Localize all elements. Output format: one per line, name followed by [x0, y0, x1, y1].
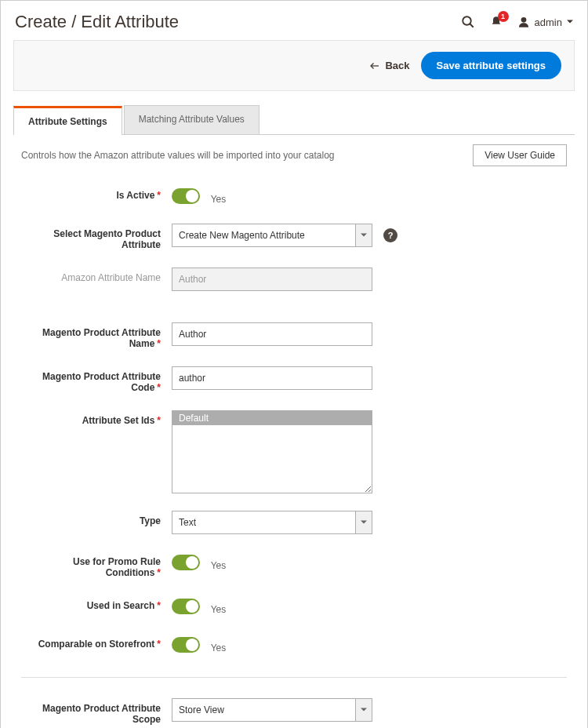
- action-bar: Back Save attribute settings: [13, 40, 575, 91]
- back-button[interactable]: Back: [369, 60, 409, 71]
- toggle-comparable-label: Yes: [211, 642, 227, 653]
- row-search: Used in Search* Yes: [21, 595, 567, 617]
- label-attr-set: Attribute Set Ids*: [21, 410, 172, 426]
- input-mage-code[interactable]: [172, 366, 372, 390]
- row-scope: Magento Product Attribute Scope Store Vi…: [21, 698, 567, 725]
- tabs: Attribute Settings Matching Attribute Va…: [13, 105, 575, 135]
- row-mage-code: Magento Product Attribute Code*: [21, 366, 567, 393]
- select-magento-attribute[interactable]: Create New Magento Attribute: [172, 224, 372, 247]
- search-icon[interactable]: [461, 15, 475, 29]
- chevron-down-icon: [355, 224, 372, 247]
- page-title: Create / Edit Attribute: [15, 12, 179, 32]
- view-user-guide-button[interactable]: View User Guide: [473, 144, 567, 166]
- label-mage-code: Magento Product Attribute Code*: [21, 366, 172, 393]
- row-is-active: Is Active* Yes: [21, 185, 567, 206]
- chevron-down-icon: [567, 19, 573, 25]
- multiselect-attribute-set[interactable]: Default: [172, 410, 372, 493]
- row-select-attribute: Select Magento Product Attribute Create …: [21, 224, 567, 250]
- svg-point-2: [521, 17, 526, 23]
- select-magento-attribute-value: Create New Magento Attribute: [172, 224, 355, 247]
- control-is-active: Yes: [172, 185, 372, 206]
- tab-matching-values[interactable]: Matching Attribute Values: [124, 105, 260, 134]
- page-header: Create / Edit Attribute 1 admin: [1, 1, 587, 40]
- user-label: admin: [535, 16, 562, 28]
- arrow-left-icon: [369, 61, 380, 71]
- tab-attribute-settings[interactable]: Attribute Settings: [13, 106, 122, 135]
- label-search: Used in Search*: [21, 595, 172, 611]
- toggle-promo[interactable]: [172, 555, 200, 570]
- content: Controls how the Amazon attribute values…: [1, 135, 587, 728]
- row-attr-set: Attribute Set Ids* Default: [21, 410, 567, 493]
- attr-set-option[interactable]: Default: [172, 411, 372, 425]
- label-select-attribute: Select Magento Product Attribute: [21, 224, 172, 250]
- chevron-down-icon: [355, 511, 372, 534]
- row-type: Type Text: [21, 511, 567, 534]
- label-mage-name: Magento Product Attribute Name*: [21, 322, 172, 349]
- label-type: Type: [21, 511, 172, 526]
- save-button[interactable]: Save attribute settings: [421, 52, 561, 79]
- notifications-icon[interactable]: 1: [489, 15, 503, 29]
- select-scope-value: Store View: [172, 698, 355, 722]
- chevron-down-icon: [355, 698, 372, 722]
- toggle-promo-label: Yes: [211, 560, 227, 571]
- input-mage-name[interactable]: [172, 322, 372, 346]
- row-amazon-name: Amazon Attribute Name: [21, 268, 567, 291]
- header-actions: 1 admin: [461, 15, 573, 29]
- description-text: Controls how the Amazon attribute values…: [21, 150, 335, 161]
- help-icon[interactable]: ?: [383, 228, 397, 242]
- row-comparable: Comparable on Storefront* Yes: [21, 634, 567, 655]
- select-type[interactable]: Text: [172, 511, 372, 534]
- svg-line-1: [470, 24, 474, 27]
- toggle-search-label: Yes: [211, 604, 227, 615]
- label-is-active: Is Active*: [21, 185, 172, 201]
- toggle-is-active[interactable]: [172, 188, 200, 204]
- input-amazon-name: [172, 268, 372, 291]
- description-row: Controls how the Amazon attribute values…: [21, 144, 567, 166]
- select-scope[interactable]: Store View: [172, 698, 372, 722]
- select-type-value: Text: [172, 511, 355, 534]
- user-menu[interactable]: admin: [517, 16, 573, 28]
- toggle-comparable[interactable]: [172, 637, 200, 653]
- toggle-search[interactable]: [172, 599, 200, 614]
- row-promo: Use for Promo Rule Conditions* Yes: [21, 551, 567, 578]
- toggle-is-active-label: Yes: [211, 194, 227, 205]
- label-comparable: Comparable on Storefront*: [21, 634, 172, 650]
- section-divider: [21, 677, 567, 678]
- label-amazon-name: Amazon Attribute Name: [21, 268, 172, 283]
- label-promo: Use for Promo Rule Conditions*: [21, 551, 172, 578]
- label-scope: Magento Product Attribute Scope: [21, 698, 172, 725]
- row-mage-name: Magento Product Attribute Name*: [21, 322, 567, 349]
- notification-badge: 1: [498, 11, 509, 22]
- svg-point-0: [463, 16, 471, 25]
